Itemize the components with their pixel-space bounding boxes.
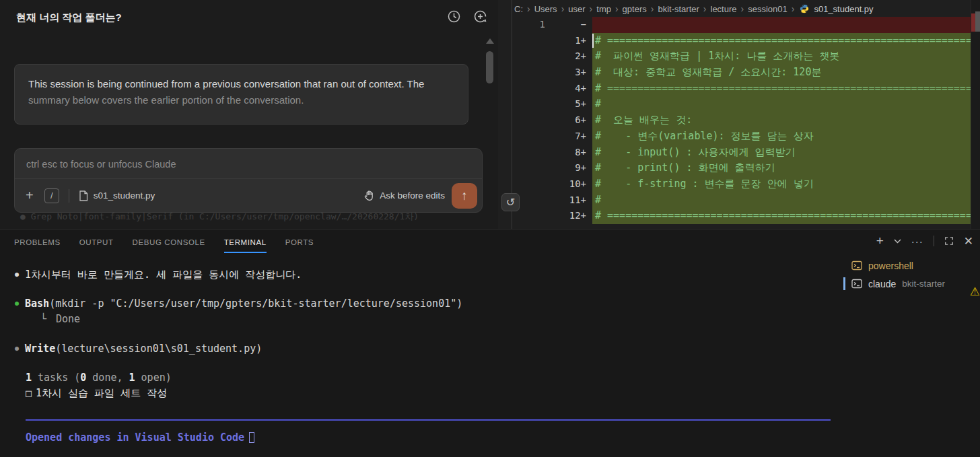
bottom-panel: PROBLEMS OUTPUT DEBUG CONSOLE TERMINAL P… [0, 229, 980, 457]
breadcrumb-item[interactable]: C: [514, 4, 523, 14]
chevron-right-icon: › [589, 3, 594, 14]
tool-result: Done [56, 313, 80, 325]
task-text: open) [135, 372, 172, 384]
scrollbar-thumb[interactable] [486, 51, 493, 83]
code-line: # 오늘 배우는 것: [592, 112, 971, 129]
code-line: # 대상: 중학교 영재학급 / 소요시간: 120분 [592, 65, 971, 81]
diff-removed-row[interactable]: 1− [498, 17, 971, 33]
diff-added-row[interactable]: 12+ # ==================================… [498, 208, 971, 224]
overview-ruler[interactable] [971, 0, 980, 229]
maximize-panel-icon[interactable] [944, 236, 954, 246]
new-terminal-button[interactable]: + [876, 234, 884, 248]
revert-change-button[interactable]: ↺ [501, 193, 520, 211]
diff-content[interactable]: 1− 1+ # ================================… [498, 17, 971, 224]
tab-ports[interactable]: PORTS [285, 230, 314, 255]
diff-added-row[interactable]: 4+ # ===================================… [498, 81, 971, 97]
diff-added-row[interactable]: 2+ # 파이썬 영재학급 | 1차시: 나를 소개하는 챗봇 [498, 48, 971, 65]
summary-line-1: This session is being continued from a p… [28, 76, 454, 92]
tab-terminal[interactable]: TERMINAL [224, 230, 267, 255]
branch-icon: └ [40, 313, 46, 325]
diff-added-row[interactable]: 3+ # 대상: 중학교 영재학급 / 소요시간: 120분 [498, 65, 971, 81]
diff-added-row[interactable]: 10+ # - f-string : 변수를 문장 안에 넣기 [498, 176, 971, 192]
session-summary-message: This session is being continued from a p… [14, 64, 468, 125]
terminal-item-label: powershell [868, 260, 913, 271]
chevron-right-icon: › [526, 3, 531, 14]
breadcrumb-item[interactable]: gpters [623, 4, 647, 14]
chat-input-toolbar: + / s01_student.py Ask before edits [15, 178, 482, 212]
tab-output[interactable]: OUTPUT [79, 230, 114, 255]
breadcrumb-item[interactable]: lecture [711, 4, 737, 14]
scrollbar-up-arrow[interactable] [486, 38, 494, 44]
terminal-list: powershell claude bkit-starter ⚠ [843, 256, 980, 293]
terminal-item-label: claude [868, 279, 896, 289]
chevron-right-icon: › [561, 3, 565, 14]
line-number: 3+ [545, 65, 590, 81]
attached-file-chip[interactable]: s01_student.py [79, 190, 155, 201]
diff-added-row[interactable]: 7+ # - 변수(variable): 정보를 담는 상자 [498, 129, 971, 145]
new-chat-icon[interactable] [473, 9, 487, 24]
terminal-item-powershell[interactable]: powershell [843, 256, 980, 275]
diff-added-row[interactable]: 6+ # 오늘 배우는 것: [498, 112, 971, 129]
chevron-right-icon: › [791, 3, 796, 14]
chevron-right-icon: › [703, 3, 707, 14]
close-panel-icon[interactable]: ✕ [964, 234, 973, 248]
attach-plus-button[interactable]: + [26, 188, 34, 203]
code-line: # [592, 192, 971, 209]
todo-text: 1차시 실습 파일 세트 작성 [36, 387, 167, 400]
bullet-icon: ● [15, 271, 19, 278]
tab-debug-console[interactable]: DEBUG CONSOLE [133, 230, 205, 255]
editor-scrollbar-thumb[interactable] [975, 11, 980, 32]
breadcrumb-item[interactable]: tmp [596, 4, 611, 14]
terminal-line: ● Bash (mkdir -p "C:/Users/user/tmp/gpte… [15, 297, 462, 310]
code-line: # [592, 96, 971, 112]
task-count: 1 [26, 372, 32, 384]
old-line-number: 1 [498, 17, 545, 33]
line-number: 4+ [545, 81, 590, 97]
breadcrumb-file[interactable]: s01_student.py [814, 4, 873, 14]
undo-icon: ↺ [506, 196, 515, 209]
summary-line-2: summary below covers the earlier portion… [28, 92, 454, 108]
code-line: # ======================================… [592, 208, 971, 224]
terminal-item-claude[interactable]: claude bkit-starter [843, 275, 980, 293]
diff-added-row[interactable]: 9+ # - print() : 화면에 출력하기 [498, 160, 971, 176]
chevron-right-icon: › [615, 3, 619, 14]
more-actions-icon[interactable]: ··· [911, 236, 923, 247]
diff-added-row[interactable]: 11+ # [498, 192, 971, 209]
breadcrumb-item[interactable]: session01 [748, 4, 788, 14]
breadcrumb-item[interactable]: bkit-starter [658, 4, 699, 14]
code-line: # - print() : 화면에 출력하기 [592, 160, 971, 176]
chevron-right-icon: › [740, 3, 745, 14]
diff-added-row[interactable]: 5+ # [498, 96, 971, 112]
diff-added-row[interactable]: 1+ # ===================================… [498, 33, 971, 49]
task-count: 1 [129, 372, 135, 384]
terminal-line: ● Write (lecture\session01\s01_student.p… [15, 343, 262, 355]
terminal-divider-line [26, 419, 831, 421]
chat-input-placeholder[interactable]: ctrl esc to focus or unfocus Claude [26, 159, 176, 170]
bullet-icon: ● [15, 300, 19, 307]
line-number: 2+ [545, 48, 590, 65]
checkbox-icon: □ [26, 387, 32, 399]
tab-problems[interactable]: PROBLEMS [14, 230, 61, 255]
breadcrumb-item[interactable]: Users [534, 4, 557, 14]
up-arrow-icon: ↑ [461, 188, 468, 203]
line-number: 7+ [545, 129, 590, 145]
code-line: # - input() : 사용자에게 입력받기 [592, 145, 971, 161]
permission-mode-button[interactable]: Ask before edits [364, 190, 445, 201]
line-number: 9+ [545, 160, 590, 176]
code-line: # - f-string : 변수를 문장 안에 넣기 [592, 176, 971, 192]
slash-command-button[interactable]: / [44, 188, 59, 203]
chevron-right-icon: › [650, 3, 655, 14]
breadcrumb-item[interactable]: user [568, 4, 585, 14]
diff-added-row[interactable]: 8+ # - input() : 사용자에게 입력받기 [498, 145, 971, 161]
breadcrumb[interactable]: C: › Users › user › tmp › gpters › bkit-… [514, 1, 874, 16]
send-button[interactable]: ↑ [452, 183, 477, 209]
terminal-profile-dropdown-icon[interactable] [894, 239, 901, 244]
panel-tabbar: PROBLEMS OUTPUT DEBUG CONSOLE TERMINAL P… [14, 230, 314, 255]
code-line: # - 변수(variable): 정보를 담는 상자 [592, 129, 971, 145]
file-icon [79, 190, 88, 201]
history-clock-icon[interactable] [447, 9, 461, 24]
line-number: 1+ [545, 33, 590, 49]
chat-input-box[interactable]: ctrl esc to focus or unfocus Claude + / … [14, 148, 483, 213]
bullet-icon: ● [15, 345, 19, 352]
tasks-summary-line: 1 tasks ( 0 done, 1 open) [26, 372, 172, 384]
